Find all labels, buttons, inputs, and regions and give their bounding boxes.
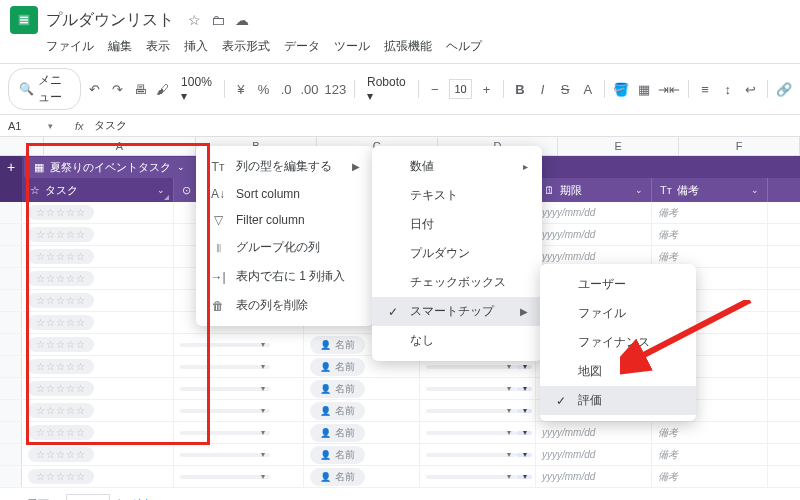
rating-chip[interactable]: ☆☆☆☆☆ [28, 227, 94, 242]
menu-item[interactable]: チェックボックス [372, 268, 542, 297]
cell-notes[interactable]: 備考 [652, 422, 768, 443]
row-number[interactable] [0, 312, 22, 333]
cell-stage[interactable]: ▾▾ [420, 466, 536, 487]
row-number[interactable] [0, 444, 22, 465]
cell-notes[interactable]: 備考 [652, 466, 768, 487]
rating-chip[interactable]: ☆☆☆☆☆ [28, 447, 94, 462]
doc-title[interactable]: プルダウンリスト [46, 10, 174, 31]
menu-item[interactable]: テキスト [372, 181, 542, 210]
status-chip[interactable]: ▾ [180, 387, 270, 391]
owner-chip[interactable]: 👤名前 [310, 468, 365, 486]
add-rows-link[interactable]: 追加 [133, 497, 155, 501]
row-number[interactable] [0, 356, 22, 377]
row-number[interactable] [0, 290, 22, 311]
stage-chip-collapsed[interactable]: ▾ [516, 365, 532, 369]
menu-item[interactable]: ✓評価 [540, 386, 696, 415]
cell-owner[interactable]: 👤名前 [304, 378, 420, 399]
cell-notes[interactable]: 備考 [652, 202, 768, 223]
name-box-chevron-icon[interactable]: ▾ [48, 121, 53, 131]
select-all-corner[interactable] [0, 137, 44, 155]
font-size-input[interactable]: 10 [449, 79, 472, 99]
status-chip[interactable]: ▾ [180, 431, 270, 435]
cell-owner[interactable]: 👤名前 [304, 444, 420, 465]
percent-button[interactable]: % [255, 78, 272, 100]
cell-notes[interactable]: 備考 [652, 444, 768, 465]
cell-task[interactable]: ☆☆☆☆☆ [22, 246, 174, 267]
chevron-down-icon[interactable]: ⌄ [157, 185, 165, 195]
cell-task[interactable]: ☆☆☆☆☆ [22, 334, 174, 355]
cell-status[interactable]: ▾ [174, 356, 304, 377]
row-number[interactable] [0, 466, 22, 487]
menu-format[interactable]: 表示形式 [222, 38, 270, 55]
rating-chip[interactable]: ☆☆☆☆☆ [28, 425, 94, 440]
cloud-icon[interactable]: ☁ [235, 12, 249, 28]
print-button[interactable]: 🖶 [132, 78, 149, 100]
menu-item[interactable]: →|表内で右に 1 列挿入 [196, 262, 374, 291]
cell-task[interactable]: ☆☆☆☆☆ [22, 466, 174, 487]
dec-decrease-button[interactable]: .0 [278, 78, 295, 100]
cell-task[interactable]: ☆☆☆☆☆ [22, 268, 174, 289]
redo-button[interactable]: ↷ [109, 78, 126, 100]
bold-button[interactable]: B [512, 78, 529, 100]
valign-button[interactable]: ↕ [719, 78, 736, 100]
rating-chip[interactable]: ☆☆☆☆☆ [28, 315, 94, 330]
chevron-down-icon[interactable]: ⌄ [635, 185, 643, 195]
dec-increase-button[interactable]: .00 [300, 78, 318, 100]
menu-data[interactable]: データ [284, 38, 320, 55]
status-chip[interactable]: ▾ [180, 453, 270, 457]
stage-chip[interactable]: ▾ [426, 431, 516, 435]
font-size-inc[interactable]: + [478, 78, 495, 100]
cell-task[interactable]: ☆☆☆☆☆ [22, 290, 174, 311]
row-number[interactable] [0, 422, 22, 443]
cell-stage[interactable]: ▾▾ [420, 444, 536, 465]
cell-owner[interactable]: 👤名前 [304, 466, 420, 487]
stage-chip[interactable]: ▾ [426, 409, 516, 413]
status-chip[interactable]: ▾ [180, 343, 270, 347]
strike-button[interactable]: S [557, 78, 574, 100]
halign-button[interactable]: ≡ [697, 78, 714, 100]
stage-chip[interactable]: ▾ [426, 453, 516, 457]
owner-chip[interactable]: 👤名前 [310, 336, 365, 354]
menu-item[interactable]: 🗑表の列を削除 [196, 291, 374, 320]
font-select[interactable]: Roboto ▾ [363, 75, 410, 103]
cell-stage[interactable]: ▾▾ [420, 378, 536, 399]
rating-chip[interactable]: ☆☆☆☆☆ [28, 249, 94, 264]
row-number[interactable] [0, 268, 22, 289]
rating-chip[interactable]: ☆☆☆☆☆ [28, 381, 94, 396]
name-box[interactable]: A1 [8, 120, 48, 132]
stage-chip[interactable]: ▾ [426, 387, 516, 391]
menu-item[interactable]: A↓Sort column [196, 181, 374, 207]
header-due[interactable]: 🗓 期限 ⌄ [536, 178, 652, 202]
star-icon[interactable]: ☆ [188, 12, 201, 28]
cell-due[interactable]: yyyy/mm/dd [536, 444, 652, 465]
undo-button[interactable]: ↶ [87, 78, 104, 100]
rating-chip[interactable]: ☆☆☆☆☆ [28, 337, 94, 352]
row-number[interactable] [0, 400, 22, 421]
row-number[interactable] [0, 202, 22, 223]
menu-help[interactable]: ヘルプ [446, 38, 482, 55]
chevron-down-icon[interactable]: ⌄ [751, 185, 759, 195]
add-view-button[interactable]: + [0, 156, 22, 178]
currency-button[interactable]: ¥ [233, 78, 250, 100]
owner-chip[interactable]: 👤名前 [310, 446, 365, 464]
view-chip[interactable]: ▦ 夏祭りのイベントタスク ⌄ ⫶ [24, 157, 213, 178]
col-E[interactable]: E [558, 137, 679, 155]
borders-button[interactable]: ▦ [635, 78, 652, 100]
cell-due[interactable]: yyyy/mm/dd [536, 466, 652, 487]
stage-chip-collapsed[interactable]: ▾ [516, 387, 532, 391]
menu-extensions[interactable]: 拡張機能 [384, 38, 432, 55]
menu-file[interactable]: ファイル [46, 38, 94, 55]
cell-due[interactable]: yyyy/mm/dd [536, 422, 652, 443]
cell-task[interactable]: ☆☆☆☆☆ [22, 356, 174, 377]
font-size-dec[interactable]: − [426, 78, 443, 100]
menu-item[interactable]: ✓スマートチップ▶ [372, 297, 542, 326]
cell-notes[interactable]: 備考 [652, 224, 768, 245]
owner-chip[interactable]: 👤名前 [310, 402, 365, 420]
row-number[interactable] [0, 378, 22, 399]
row-number[interactable] [0, 246, 22, 267]
rating-chip[interactable]: ☆☆☆☆☆ [28, 403, 94, 418]
status-chip[interactable]: ▾ [180, 475, 270, 479]
stage-chip-collapsed[interactable]: ▾ [516, 431, 532, 435]
menu-item[interactable]: ファイル [540, 299, 696, 328]
cell-task[interactable]: ☆☆☆☆☆ [22, 444, 174, 465]
